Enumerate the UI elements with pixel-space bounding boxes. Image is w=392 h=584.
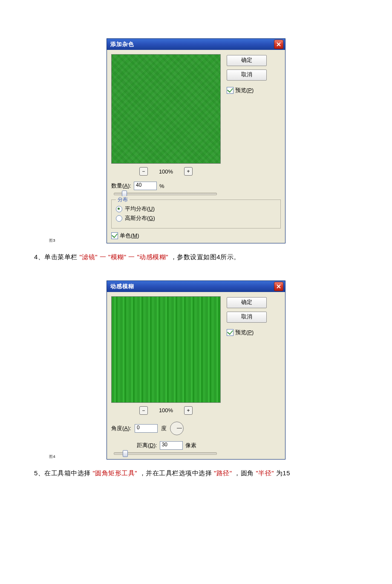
cancel-button[interactable]: 取消 <box>227 69 267 81</box>
add-noise-titlebar[interactable]: 添加杂色 <box>107 39 285 50</box>
angle-row: 角度(A): 0 度 <box>111 422 281 435</box>
p4-sep2: 一 <box>128 253 135 260</box>
preview-checkbox[interactable] <box>227 87 233 94</box>
dist-uniform-label: 平均分布(U) <box>125 205 155 213</box>
amount-row: 数量(A): 40 % <box>111 182 281 190</box>
paragraph-4: 4、单击菜单栏 "滤镜" 一 "模糊" 一 "动感模糊" ，参数设置如图4所示。 <box>34 251 358 263</box>
amount-unit: % <box>159 183 164 189</box>
mono-checkbox[interactable] <box>111 232 118 239</box>
fig3-label-prefix: 图 <box>49 238 53 243</box>
distance-label: 距离(D): <box>137 442 157 449</box>
p5-mid1: ，并在工具栏选项中选择 <box>139 469 212 477</box>
p5-suffix: 为15 <box>276 469 290 477</box>
fig3-label-num: 3 <box>53 238 56 243</box>
amount-input[interactable]: 40 <box>134 182 157 190</box>
p5-q1: "圆角矩形工具" <box>93 469 138 477</box>
add-noise-dialog: 添加杂色 − 100% + 确定 <box>107 38 285 243</box>
dist-uniform-row[interactable]: 平均分布(U) <box>116 205 276 213</box>
p4-q3: "动感模糊" <box>137 253 169 260</box>
close-button[interactable] <box>274 40 283 49</box>
preview-checkbox-row[interactable]: 预览(P) <box>227 87 254 94</box>
motion-blur-titlebar[interactable]: 动感模糊 <box>107 281 285 292</box>
dist-gaussian-radio[interactable] <box>116 215 122 222</box>
add-noise-title: 添加杂色 <box>110 40 134 48</box>
zoom-value: 100% <box>159 168 173 175</box>
close-button[interactable] <box>274 282 283 291</box>
noise-preview[interactable] <box>111 54 221 164</box>
cancel-button[interactable]: 取消 <box>227 312 267 323</box>
preview-checkbox-row[interactable]: 预览(P) <box>227 329 254 336</box>
motion-preview[interactable] <box>111 296 221 403</box>
p4-suffix: ，参数设置如图4所示。 <box>170 253 240 260</box>
p5-q2: "路径" <box>214 469 232 477</box>
figure-4-wrap: 图4 动感模糊 − 100% + <box>107 280 285 460</box>
distance-unit: 像素 <box>185 442 196 449</box>
dist-gaussian-label: 高斯分布(G) <box>125 214 155 222</box>
p4-q1: "滤镜" <box>80 253 98 260</box>
distribution-legend: 分布 <box>116 196 130 203</box>
amount-label: 数量(A): <box>111 182 131 190</box>
figure-3-wrap: 图3 添加杂色 − 100% + <box>107 38 285 243</box>
mono-label: 单色(M) <box>120 232 139 240</box>
zoom-in-button[interactable]: + <box>184 167 193 176</box>
distance-slider-thumb[interactable] <box>123 450 128 457</box>
figure-3-label: 图3 <box>49 238 55 243</box>
dist-uniform-radio[interactable] <box>116 206 122 212</box>
noise-preview-fill <box>112 55 220 163</box>
distribution-group: 分布 平均分布(U) 高斯分布(G) <box>111 199 281 228</box>
p5-mid2: ，圆角 <box>234 469 254 477</box>
motion-blur-dialog: 动感模糊 − 100% + 确定 <box>107 280 285 460</box>
motion-preview-fill <box>112 297 220 402</box>
angle-input[interactable]: 0 <box>135 424 158 433</box>
angle-dial[interactable] <box>170 422 184 435</box>
zoom-out-button[interactable]: − <box>139 406 148 415</box>
motion-blur-body: − 100% + 确定 取消 预览(P) 角度(A): 0 度 <box>107 292 285 459</box>
mono-row[interactable]: 单色(M) <box>111 232 281 240</box>
add-noise-body: − 100% + 确定 取消 预览(P) 数量(A): 40 % <box>107 50 285 243</box>
fig4-label-num: 4 <box>53 454 56 459</box>
distance-slider[interactable] <box>114 452 217 455</box>
p5-q3: "半径" <box>256 469 274 477</box>
zoom-out-button[interactable]: − <box>139 167 148 176</box>
dist-gaussian-row[interactable]: 高斯分布(G) <box>116 214 276 222</box>
preview-checkbox-label: 预览(P) <box>235 329 254 336</box>
angle-unit: 度 <box>161 425 167 432</box>
paragraph-5: 5、在工具箱中选择 "圆角矩形工具" ，并在工具栏选项中选择 "路径" ，圆角 … <box>34 467 358 480</box>
motion-blur-title: 动感模糊 <box>110 283 134 290</box>
angle-label: 角度(A): <box>111 425 131 432</box>
figure-4-label: 图4 <box>49 454 55 460</box>
distance-input[interactable]: 30 <box>160 441 183 450</box>
fig4-label-prefix: 图 <box>49 454 53 459</box>
zoom-value: 100% <box>159 407 173 413</box>
preview-checkbox-label: 预览(P) <box>235 87 254 94</box>
ok-button[interactable]: 确定 <box>227 55 267 66</box>
preview-checkbox[interactable] <box>227 329 233 336</box>
ok-button[interactable]: 确定 <box>227 297 267 308</box>
distance-row: 距离(D): 30 像素 <box>137 441 281 450</box>
p4-q2: "模糊" <box>108 253 127 260</box>
amount-slider[interactable] <box>114 193 217 195</box>
p4-prefix: 4、单击菜单栏 <box>34 253 78 260</box>
zoom-in-button[interactable]: + <box>184 406 193 415</box>
p5-prefix: 5、在工具箱中选择 <box>34 469 91 477</box>
p4-sep1: 一 <box>100 253 107 260</box>
